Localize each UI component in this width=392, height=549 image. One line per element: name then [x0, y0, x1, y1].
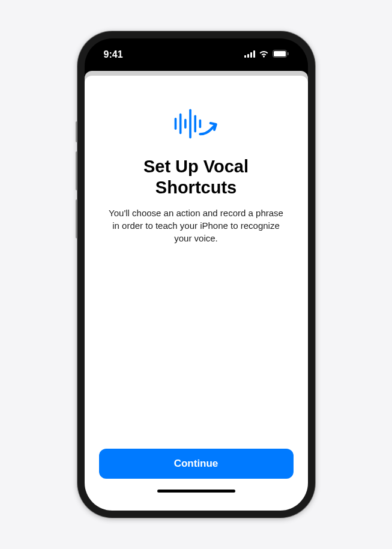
sheet-content: Set Up Vocal Shortcuts You'll choose an …: [99, 106, 294, 244]
dynamic-island: [163, 46, 229, 65]
wifi-icon: [259, 49, 269, 60]
status-time: 9:41: [104, 49, 123, 60]
setup-sheet: Set Up Vocal Shortcuts You'll choose an …: [85, 76, 308, 511]
page-title: Set Up Vocal Shortcuts: [112, 156, 280, 198]
svg-rect-0: [244, 55, 246, 58]
svg-rect-5: [274, 51, 286, 56]
phone-device-frame: 9:41: [77, 31, 315, 518]
voice-waveform-arrow-icon: [172, 106, 220, 142]
battery-icon: [273, 49, 289, 60]
svg-rect-6: [288, 52, 289, 55]
cellular-signal-icon: [244, 49, 255, 60]
svg-rect-1: [247, 54, 249, 58]
phone-screen: 9:41: [85, 38, 308, 511]
svg-rect-3: [253, 50, 255, 58]
status-icons-group: [244, 49, 289, 60]
home-indicator[interactable]: [157, 490, 235, 493]
continue-button[interactable]: Continue: [99, 449, 294, 479]
svg-rect-2: [250, 52, 252, 58]
spacer: [99, 244, 294, 449]
page-description: You'll choose an action and record a phr…: [106, 207, 286, 244]
